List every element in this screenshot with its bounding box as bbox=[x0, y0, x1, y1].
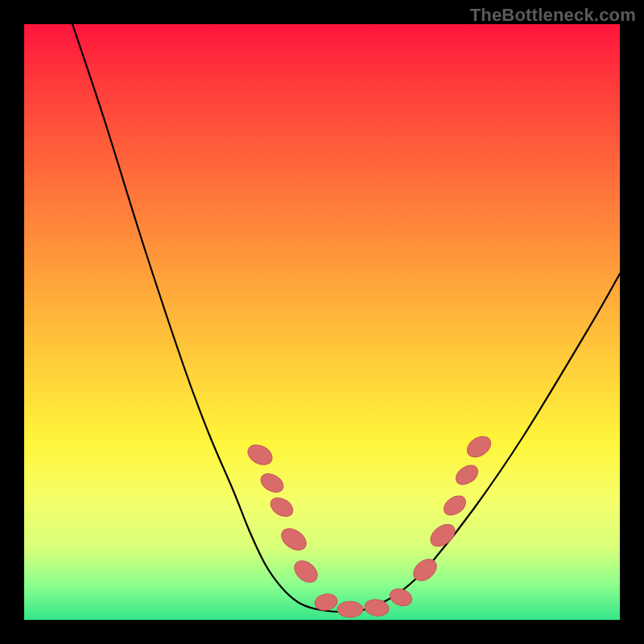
blob-right-2 bbox=[427, 520, 459, 551]
blob-left-5 bbox=[291, 556, 322, 586]
blob-left-1 bbox=[245, 441, 276, 469]
blob-left-4 bbox=[278, 524, 310, 555]
blob-bottom-4 bbox=[387, 586, 414, 609]
chart-frame: TheBottleneck.com bbox=[0, 0, 644, 644]
blob-group bbox=[245, 432, 495, 617]
watermark-text: TheBottleneck.com bbox=[470, 5, 636, 26]
chart-svg bbox=[24, 24, 620, 620]
blob-left-3 bbox=[267, 494, 296, 521]
blob-right-3 bbox=[440, 492, 469, 519]
blob-bottom-2 bbox=[337, 601, 363, 617]
blob-right-5 bbox=[464, 432, 495, 461]
blob-left-2 bbox=[258, 470, 287, 496]
blob-right-4 bbox=[452, 461, 481, 489]
plot-area bbox=[24, 24, 620, 620]
curve-path bbox=[72, 24, 620, 612]
